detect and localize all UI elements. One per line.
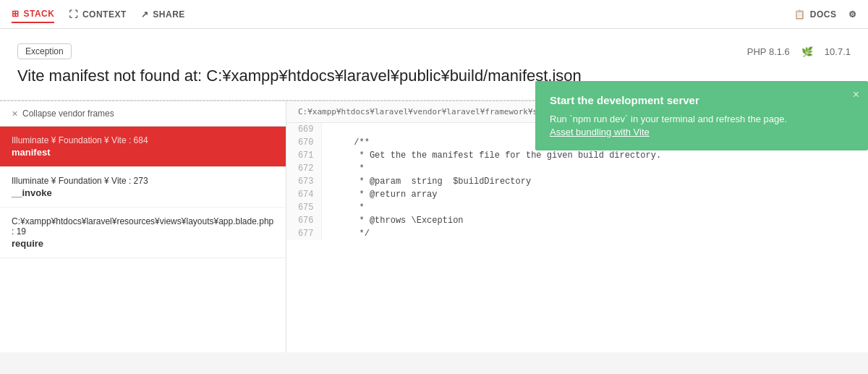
collapse-vendor-btn[interactable]: ✕ Collapse vendor frames [0, 101, 286, 127]
x-icon: ✕ [12, 109, 18, 119]
green-notification: × Start the development server Run `npm … [535, 81, 868, 150]
line-number: 676 [286, 214, 321, 227]
code-line: 674 * @return array [286, 188, 868, 201]
docs-icon: 📋 [794, 9, 806, 20]
stack-item-0-location: Illuminate ¥ Foundation ¥ Vite : 684 [12, 135, 274, 145]
stack-item-1[interactable]: Illuminate ¥ Foundation ¥ Vite : 273 __i… [0, 167, 286, 208]
top-nav: ⊞ STACK ⛶ CONTEXT ↗ SHARE 📋 DOCS ⚙ [0, 0, 868, 29]
exception-badge: Exception [17, 43, 72, 59]
nav-right: 📋 DOCS ⚙ [794, 7, 856, 22]
line-content: * [321, 162, 868, 175]
code-line: 676 * @throws \Exception [286, 214, 868, 227]
stack-icon: ⊞ [12, 9, 20, 19]
share-label: SHARE [153, 9, 185, 20]
code-line: 675 * [286, 201, 868, 214]
notification-body: Run `npm run dev` in your terminal and r… [550, 112, 854, 127]
nav-context[interactable]: ⛶ CONTEXT [69, 7, 126, 22]
line-content: * @return array [321, 188, 868, 201]
line-content: * @throws \Exception [321, 214, 868, 227]
line-number: 675 [286, 201, 321, 214]
laravel-icon: 🌿 [801, 46, 813, 57]
code-line: 672 * [286, 162, 868, 175]
context-label: CONTEXT [82, 9, 127, 20]
exception-meta: Exception PHP 8.1.6 🌿 10.7.1 [17, 43, 851, 59]
notification-link[interactable]: Asset bundling with Vite [550, 127, 650, 137]
code-line: 671 * Get the the manifest file for the … [286, 149, 868, 162]
php-version: PHP 8.1.6 [747, 46, 790, 57]
exception-meta-right: PHP 8.1.6 🌿 10.7.1 [747, 46, 851, 57]
line-content: * @param string $buildDirectory [321, 175, 868, 188]
stack-item-2[interactable]: C:¥xampp¥htdocs¥laravel¥resources¥views¥… [0, 208, 286, 258]
line-content: * [321, 201, 868, 214]
line-number: 672 [286, 162, 321, 175]
share-icon: ↗ [141, 9, 149, 20]
code-line: 677 */ [286, 227, 868, 240]
nav-stack[interactable]: ⊞ STACK [12, 6, 54, 23]
line-content: */ [321, 227, 868, 240]
stack-item-0[interactable]: Illuminate ¥ Foundation ¥ Vite : 684 man… [0, 127, 286, 167]
nav-docs[interactable]: 📋 DOCS [794, 7, 836, 22]
docs-label: DOCS [810, 9, 837, 20]
line-number: 674 [286, 188, 321, 201]
stack-item-2-method: require [12, 238, 274, 249]
laravel-version: 10.7.1 [825, 46, 851, 57]
line-number: 673 [286, 175, 321, 188]
stack-item-2-location: C:¥xampp¥htdocs¥laravel¥resources¥views¥… [12, 216, 274, 237]
gear-icon: ⚙ [848, 9, 857, 20]
exception-area: Exception PHP 8.1.6 🌿 10.7.1 Vite manife… [0, 29, 868, 101]
nav-left: ⊞ STACK ⛶ CONTEXT ↗ SHARE [12, 6, 185, 23]
stack-item-0-method: manifest [12, 147, 274, 158]
nav-share[interactable]: ↗ SHARE [141, 7, 185, 22]
collapse-label: Collapse vendor frames [22, 109, 114, 119]
code-line: 673 * @param string $buildDirectory [286, 175, 868, 188]
line-content: * Get the the manifest file for the give… [321, 149, 868, 162]
stack-label: STACK [24, 9, 55, 19]
line-number: 669 [286, 123, 321, 136]
stack-item-1-method: __invoke [12, 187, 274, 198]
stack-panel: ✕ Collapse vendor frames Illuminate ¥ Fo… [0, 101, 286, 352]
line-number: 670 [286, 136, 321, 149]
notification-close[interactable]: × [853, 88, 859, 101]
stack-item-1-location: Illuminate ¥ Foundation ¥ Vite : 273 [12, 176, 274, 186]
line-number: 677 [286, 227, 321, 240]
nav-settings[interactable]: ⚙ [848, 7, 857, 22]
context-icon: ⛶ [69, 9, 78, 20]
notification-title: Start the development server [550, 94, 854, 106]
line-number: 671 [286, 149, 321, 162]
